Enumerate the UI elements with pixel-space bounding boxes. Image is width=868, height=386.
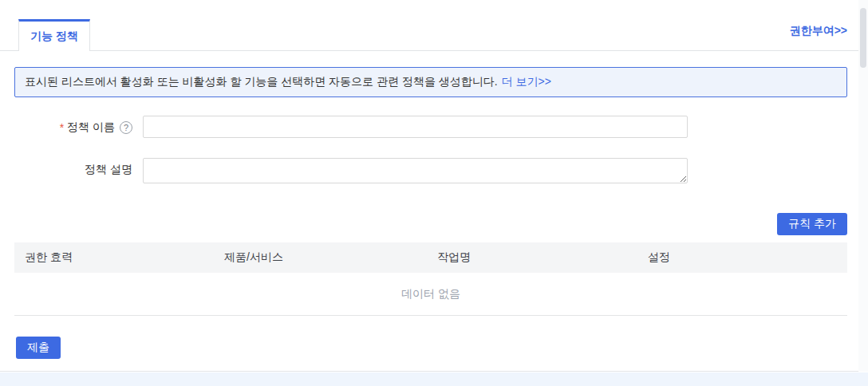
submit-button[interactable]: 제출 bbox=[16, 337, 61, 359]
tab-bar: 기능 정책 권한부여>> bbox=[0, 0, 858, 51]
policy-name-label: * 정책 이름 ? bbox=[0, 116, 132, 135]
help-icon[interactable]: ? bbox=[120, 121, 132, 134]
page-background-strip bbox=[0, 372, 868, 386]
empty-state-text: 데이터 없음 bbox=[401, 287, 460, 301]
policy-desc-label-text: 정책 설명 bbox=[85, 163, 132, 177]
column-header-task-name: 작업명 bbox=[427, 250, 637, 265]
page: 기능 정책 권한부여>> 표시된 리스트에서 활성화 또는 비활성화 할 기능을… bbox=[0, 0, 868, 386]
required-mark: * bbox=[60, 121, 64, 134]
scrollbar-thumb[interactable] bbox=[860, 8, 866, 68]
scrollbar[interactable] bbox=[858, 0, 868, 372]
actions-row: 규칙 추가 bbox=[0, 213, 847, 235]
column-header-effect: 권한 효력 bbox=[14, 250, 214, 265]
rules-table: 권한 효력 제품/서비스 작업명 설정 데이터 없음 bbox=[14, 242, 847, 316]
info-banner-text: 표시된 리스트에서 활성화 또는 비활성화 할 기능을 선택하면 자동으로 관련… bbox=[25, 75, 498, 89]
table-empty-state: 데이터 없음 bbox=[14, 273, 847, 316]
policy-name-input[interactable] bbox=[143, 116, 688, 138]
see-more-link[interactable]: 더 보기>> bbox=[502, 75, 551, 89]
column-header-product-service: 제품/서비스 bbox=[214, 250, 427, 265]
policy-name-row: * 정책 이름 ? bbox=[0, 116, 858, 138]
policy-desc-textarea[interactable] bbox=[143, 158, 688, 183]
policy-name-label-text: 정책 이름 bbox=[67, 120, 115, 135]
content-area: 기능 정책 권한부여>> 표시된 리스트에서 활성화 또는 비활성화 할 기능을… bbox=[0, 0, 858, 372]
tab-label: 기능 정책 bbox=[30, 30, 78, 44]
column-header-settings: 설정 bbox=[637, 250, 847, 265]
policy-desc-label: 정책 설명 bbox=[0, 158, 132, 177]
info-banner: 표시된 리스트에서 활성화 또는 비활성화 할 기능을 선택하면 자동으로 관련… bbox=[14, 67, 847, 97]
add-rule-button[interactable]: 규칙 추가 bbox=[777, 213, 847, 235]
table-header-row: 권한 효력 제품/서비스 작업명 설정 bbox=[14, 242, 847, 273]
policy-desc-row: 정책 설명 bbox=[0, 158, 858, 187]
tab-function-policy[interactable]: 기능 정책 bbox=[18, 19, 90, 51]
grant-permission-link[interactable]: 권한부여>> bbox=[790, 24, 847, 38]
